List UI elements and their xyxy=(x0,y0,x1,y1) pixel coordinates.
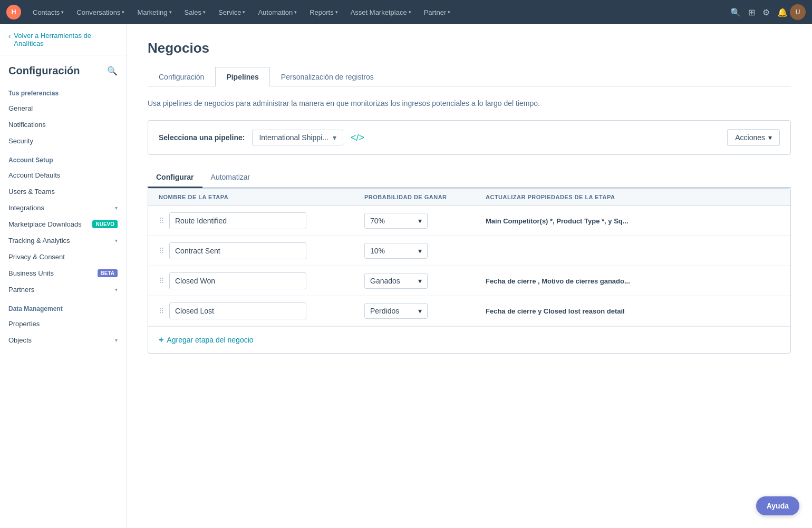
sidebar-item-account-defaults[interactable]: Account Defaults xyxy=(0,167,126,183)
nav-asset-marketplace[interactable]: Asset Marketplace▾ xyxy=(345,6,417,18)
tab-pipelines[interactable]: Pipelines xyxy=(215,67,269,86)
probability-dropdown-2[interactable]: 10% ▾ xyxy=(364,243,428,259)
sidebar-item-partners[interactable]: Partners ▾ xyxy=(0,281,126,298)
chevron-down-icon: ▾ xyxy=(115,287,118,292)
chevron-down-icon: ▾ xyxy=(115,238,118,243)
page-tabs: Configuración Pipelines Personalización … xyxy=(148,67,791,86)
plus-icon: + xyxy=(159,335,163,345)
stage-name-input[interactable] xyxy=(169,212,306,229)
update-props-3: Fecha de cierre , Motivo de cierres gana… xyxy=(486,277,780,285)
section-title-data-management: Data Management xyxy=(0,298,126,316)
stage-name-input[interactable] xyxy=(169,272,306,289)
sidebar: ‹ Volver a Herramientas de Analíticas Co… xyxy=(0,24,127,528)
sidebar-title: Configuración xyxy=(8,65,80,77)
table-row: ⠿ Perdidos ▾ Fecha de cierre y Closed lo… xyxy=(148,296,790,326)
top-nav: H Contacts▾ Conversations▾ Marketing▾ Sa… xyxy=(0,0,812,24)
sidebar-item-general[interactable]: General xyxy=(0,100,126,116)
sidebar-item-business-units[interactable]: Business Units BETA xyxy=(0,265,126,281)
probability-value: 10% xyxy=(370,247,385,255)
drag-handle-icon[interactable]: ⠿ xyxy=(159,217,164,225)
tab-configuracion[interactable]: Configuración xyxy=(148,67,215,86)
nav-contacts[interactable]: Contacts▾ xyxy=(27,6,69,18)
user-avatar[interactable]: U xyxy=(790,4,806,20)
stage-name-cell: ⠿ xyxy=(159,302,359,319)
nav-icons: 🔍 ⊞ ⚙ 🔔 xyxy=(730,7,788,17)
header-stage-name: NOMBRE DE LA ETAPA xyxy=(159,194,359,200)
drag-handle-icon[interactable]: ⠿ xyxy=(159,247,164,255)
sidebar-title-row: Configuración 🔍 xyxy=(0,55,126,82)
stage-name-cell: ⠿ xyxy=(159,242,359,259)
dropdown-arrow-icon: ▾ xyxy=(333,133,336,142)
table-row: ⠿ Ganados ▾ Fecha de cierre , Motivo de … xyxy=(148,266,790,296)
probability-dropdown-1[interactable]: 70% ▾ xyxy=(364,213,428,229)
page-description: Usa pipelines de negocios para administr… xyxy=(148,99,791,107)
stage-name-input[interactable] xyxy=(169,302,306,319)
sidebar-item-privacy-consent[interactable]: Privacy & Consent xyxy=(0,249,126,265)
probability-dropdown-4[interactable]: Perdidos ▾ xyxy=(364,303,428,319)
drag-handle-icon[interactable]: ⠿ xyxy=(159,277,164,285)
main-layout: ‹ Volver a Herramientas de Analíticas Co… xyxy=(0,24,812,528)
update-props-4: Fecha de cierre y Closed lost reason det… xyxy=(486,307,780,315)
notification-icon[interactable]: 🔔 xyxy=(777,7,788,17)
prob-dropdown-arrow-icon: ▾ xyxy=(418,307,422,315)
svg-text:H: H xyxy=(11,8,16,16)
probability-value: Perdidos xyxy=(370,307,399,315)
pipeline-dropdown[interactable]: International Shippi... ▾ xyxy=(252,130,343,145)
page-title: Negocios xyxy=(148,40,791,56)
help-button[interactable]: Ayuda xyxy=(756,496,799,515)
search-icon[interactable]: 🔍 xyxy=(730,7,741,17)
sidebar-back-button[interactable]: ‹ Volver a Herramientas de Analíticas xyxy=(0,24,126,55)
probability-value: 70% xyxy=(370,217,385,225)
pipeline-selector-label: Selecciona una pipeline: xyxy=(159,133,245,142)
probability-dropdown-3[interactable]: Ganados ▾ xyxy=(364,273,428,289)
sidebar-item-marketplace-downloads[interactable]: Marketplace Downloads NUEVO xyxy=(0,216,126,232)
nav-service[interactable]: Service▾ xyxy=(213,6,250,18)
header-update-props: ACTUALIZAR PROPIEDADES DE LA ETAPA xyxy=(486,194,780,200)
chevron-down-icon: ▾ xyxy=(115,205,118,211)
actions-chevron-icon: ▾ xyxy=(768,133,772,142)
nuevo-badge: NUEVO xyxy=(92,220,118,228)
add-stage-button[interactable]: + Agregar etapa del negocio xyxy=(148,326,790,353)
drag-handle-icon[interactable]: ⠿ xyxy=(159,307,164,315)
chevron-down-icon: ▾ xyxy=(115,337,118,343)
hubspot-logo[interactable]: H xyxy=(6,5,21,19)
nav-automation[interactable]: Automation▾ xyxy=(253,6,302,18)
nav-marketing[interactable]: Marketing▾ xyxy=(132,6,177,18)
nav-partner[interactable]: Partner▾ xyxy=(419,6,456,18)
nav-conversations[interactable]: Conversations▾ xyxy=(71,6,130,18)
prob-dropdown-arrow-icon: ▾ xyxy=(418,217,422,225)
prob-dropdown-arrow-icon: ▾ xyxy=(418,247,422,255)
stage-name-input[interactable] xyxy=(169,242,306,259)
code-icon[interactable]: </> xyxy=(351,132,364,143)
table-row: ⠿ 10% ▾ xyxy=(148,236,790,266)
tab-personalizacion[interactable]: Personalización de registros xyxy=(270,67,385,86)
back-arrow-icon: ‹ xyxy=(8,32,11,40)
actions-button[interactable]: Acciones ▾ xyxy=(727,129,780,146)
nav-sales[interactable]: Sales▾ xyxy=(179,6,211,18)
sidebar-item-tracking-analytics[interactable]: Tracking & Analytics ▾ xyxy=(0,232,126,249)
settings-icon[interactable]: ⚙ xyxy=(762,7,770,17)
beta-badge: BETA xyxy=(98,269,118,277)
sidebar-item-objects[interactable]: Objects ▾ xyxy=(0,332,126,348)
header-probability: PROBABILIDAD DE GANAR xyxy=(364,194,480,200)
update-props-1: Main Competitor(s) *, Product Type *, y … xyxy=(486,217,780,225)
sidebar-search-icon[interactable]: 🔍 xyxy=(107,66,118,76)
sidebar-item-users-teams[interactable]: Users & Teams xyxy=(0,183,126,200)
apps-icon[interactable]: ⊞ xyxy=(748,7,755,17)
sub-tabs: Configurar Automatizar xyxy=(148,168,791,188)
stage-name-cell: ⠿ xyxy=(159,272,359,289)
stage-name-cell: ⠿ xyxy=(159,212,359,229)
table-row: ⠿ 70% ▾ Main Competitor(s) *, Product Ty… xyxy=(148,206,790,236)
sidebar-item-properties[interactable]: Properties xyxy=(0,316,126,332)
pipeline-selector-row: Selecciona una pipeline: International S… xyxy=(148,120,791,155)
subtab-configurar[interactable]: Configurar xyxy=(148,168,202,188)
sidebar-item-security[interactable]: Security xyxy=(0,133,126,149)
table-header: NOMBRE DE LA ETAPA PROBABILIDAD DE GANAR… xyxy=(148,189,790,206)
subtab-automatizar[interactable]: Automatizar xyxy=(202,168,259,188)
nav-reports[interactable]: Reports▾ xyxy=(304,6,343,18)
sidebar-item-integrations[interactable]: Integrations ▾ xyxy=(0,200,126,216)
sidebar-item-notifications[interactable]: Notifications xyxy=(0,116,126,133)
pipeline-table: NOMBRE DE LA ETAPA PROBABILIDAD DE GANAR… xyxy=(148,188,791,354)
main-content: Negocios Configuración Pipelines Persona… xyxy=(127,24,812,528)
prob-dropdown-arrow-icon: ▾ xyxy=(418,277,422,285)
